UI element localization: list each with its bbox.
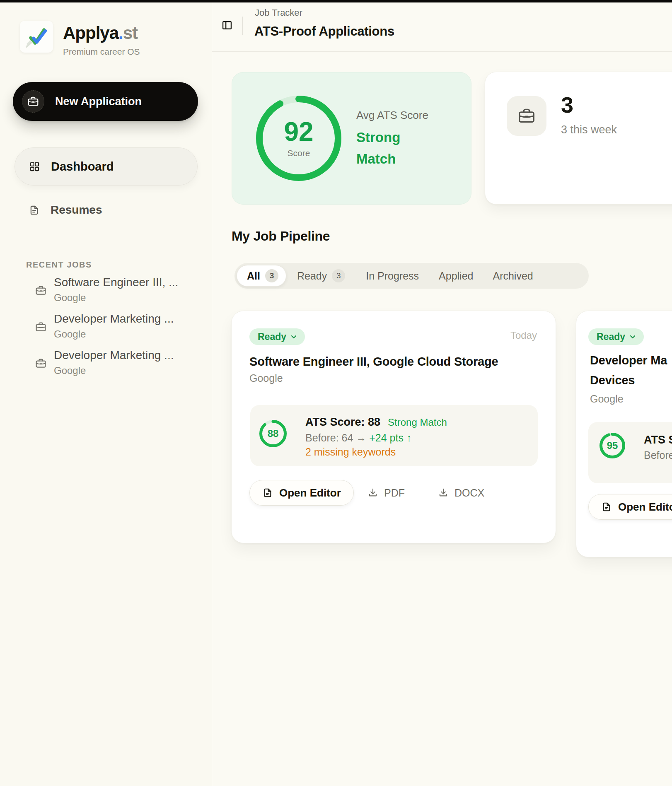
ats-score-panel: 88 ATS Score: 88Strong Match Before: 64 … [250,405,538,466]
sidebar-item-dashboard[interactable]: Dashboard [15,147,198,186]
score-delta: +24 pts ↑ [369,432,411,444]
new-application-button[interactable]: New Application [13,82,198,121]
job-score-ring: 95 [599,433,625,458]
match-strength-line1: Strong [356,127,428,148]
job-title-line1: Developer Ma [590,354,667,367]
recent-job-title: Developer Marketing ... [54,312,174,325]
week-caption: 3 this week [561,123,617,136]
job-title: Software Engineer III, Google Cloud Stor… [249,355,498,369]
briefcase-icon [35,357,47,369]
grid-icon [29,161,40,172]
brand: Applya.st Premium career OS [20,21,140,57]
brand-text: Applya.st Premium career OS [63,21,140,57]
page-title: ATS-Proof Applications [254,24,394,39]
tab-label: In Progress [366,270,419,282]
tab-in-progress[interactable]: In Progress [366,270,419,282]
header-divider [242,17,243,35]
breadcrumb: Job Tracker [255,7,302,18]
brand-tagline: Premium career OS [63,47,140,57]
download-pdf-button[interactable]: PDF [367,480,405,506]
document-icon [262,487,273,498]
job-score-ring: 88 [259,420,287,447]
score-before-line: Before [644,449,672,461]
recent-job-item[interactable]: Software Engineer III, ... Google [26,274,204,309]
briefcase-icon [35,285,47,297]
recent-job-item[interactable]: Developer Marketing ... Google [26,347,204,381]
ats-score-line: ATS Score: 88Strong Match [305,416,447,429]
job-card: Ready Developer Ma Devices Google 95 ATS… [576,311,672,557]
tab-label: Archived [493,270,533,282]
status-dropdown[interactable]: Ready [588,328,644,345]
status-dropdown[interactable]: Ready [249,328,305,345]
applications-this-week-card: 3 3 this week [485,72,672,205]
new-application-label: New Application [55,95,142,108]
pipeline-tabs: All 3 Ready 3 In Progress Applied Archiv… [234,263,589,289]
download-icon [367,487,378,498]
tab-archived[interactable]: Archived [493,270,533,282]
tab-label: All [247,270,260,282]
ats-score-ring: 92 Score [256,96,341,181]
sidebar-item-resumes[interactable]: Resumes [15,196,198,224]
recent-job-company: Google [54,365,86,376]
recent-jobs-heading: RECENT JOBS [26,260,92,270]
avg-score-info: Avg ATS Score Strong Match [356,109,428,170]
briefcase-icon [35,321,47,333]
recent-job-title: Developer Marketing ... [54,349,174,362]
recent-job-company: Google [54,328,86,340]
avg-score-value: 92 [284,118,313,145]
tab-all[interactable]: All 3 [237,265,286,287]
avg-score-label: Score [288,148,310,158]
page-header: Job Tracker ATS-Proof Applications [212,2,672,52]
document-icon [29,205,40,216]
open-editor-label: Open Editor [279,487,341,499]
sidebar-item-label: Dashboard [51,160,114,174]
app-window: Applya.st Premium career OS New Applicat… [0,0,672,786]
tab-count-badge: 3 [332,269,345,282]
open-editor-button[interactable]: Open Editor [249,480,354,506]
tab-label: Applied [439,270,473,282]
chevron-down-icon [290,333,297,340]
download-docx-label: DOCX [454,487,484,499]
chevron-down-icon [629,333,636,340]
match-strength-line2: Match [356,148,428,170]
download-docx-button[interactable]: DOCX [438,480,484,506]
app-logo [20,21,53,53]
job-title-line2: Devices [590,374,635,387]
avg-ats-score-card: 92 Score Avg ATS Score Strong Match [232,72,471,205]
sidebar-toggle-icon[interactable] [221,19,234,31]
job-company: Google [590,393,624,405]
tab-applied[interactable]: Applied [439,270,473,282]
job-score-value: 88 [268,428,279,439]
recent-job-company: Google [54,292,86,304]
job-score-value: 95 [607,440,618,451]
sidebar-item-label: Resumes [51,203,102,217]
avg-score-caption: Avg ATS Score [356,109,428,122]
tab-count-badge: 3 [265,269,278,282]
sidebar: Applya.st Premium career OS New Applicat… [0,2,212,786]
tab-label: Ready [297,270,327,282]
job-company: Google [249,372,283,384]
match-strength: Strong Match [388,417,447,428]
briefcase-icon [507,96,546,136]
status-label: Ready [258,331,286,342]
week-count: 3 [561,94,573,116]
briefcase-icon [22,90,44,113]
open-editor-button[interactable]: Open Edito [588,494,672,520]
document-icon [601,501,612,512]
status-label: Ready [597,331,625,342]
ats-score-line: ATS S [644,434,672,446]
recent-job-item[interactable]: Developer Marketing ... Google [26,310,204,345]
job-card: Ready Today Software Engineer III, Googl… [231,311,556,543]
pipeline-heading: My Job Pipeline [232,229,330,244]
download-icon [438,487,449,498]
tab-ready[interactable]: Ready 3 [297,269,345,282]
check-logo-icon [24,25,48,48]
recent-job-title: Software Engineer III, ... [54,276,178,289]
missing-keywords-warning: 2 missing keywords [305,446,396,458]
open-editor-label: Open Edito [618,501,672,514]
brand-name: Applya.st [63,24,140,42]
job-date: Today [510,330,537,341]
score-before-line: Before: 64 → +24 pts ↑ [305,432,411,444]
ats-score-panel: 95 ATS S Before [588,422,672,483]
download-pdf-label: PDF [384,487,405,499]
